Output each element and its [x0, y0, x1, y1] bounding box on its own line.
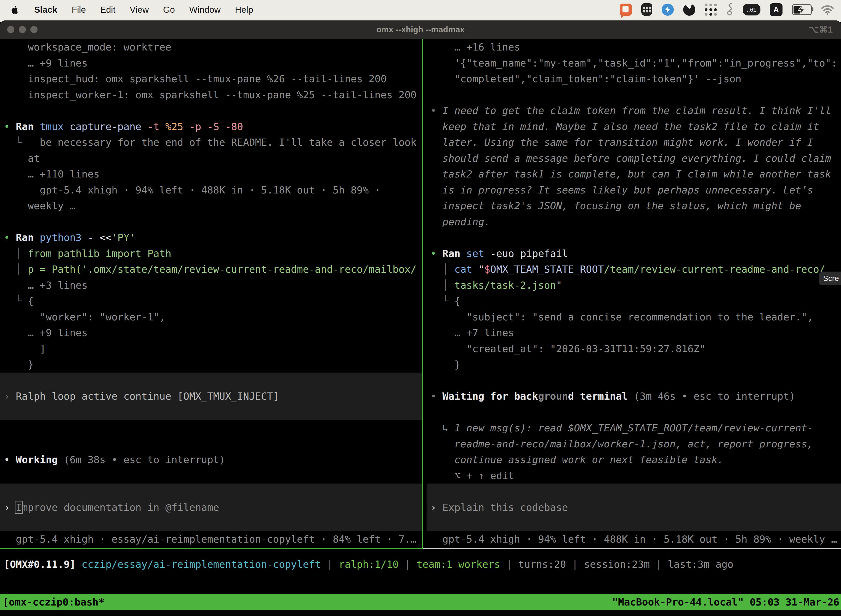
usage-badge[interactable]: ..61 [743, 4, 760, 15]
terminal-line: later. Using the same for transition mig… [431, 134, 841, 150]
menu-bar: SlackFileEditViewGoWindowHelp [0, 0, 841, 19]
terminal-line: inspect task2's JSON, focusing on the st… [431, 198, 841, 214]
terminal-text: 'PY' [111, 232, 135, 243]
menu-item-window[interactable]: Window [189, 5, 221, 15]
pie-menu-icon[interactable] [683, 4, 695, 16]
terminal-text: inspect_worker-1: omx sparkshell --tmux-… [4, 89, 417, 100]
terminal-line: ↳ 1 new msg(s): read $OMX_TEAM_STATE_ROO… [431, 420, 841, 436]
terminal-line: └ { [4, 293, 422, 309]
terminal-text: task2 after task1 is complete, but can I… [431, 168, 831, 180]
terminal-text: "completed","claim_token":"claim-token"}… [431, 73, 741, 84]
tmux-host-clock: "MacBook-Pro-44.local" 05:03 31-Mar-26 [612, 596, 841, 608]
terminal-line: weekly … [4, 198, 422, 214]
terminal-line: gpt-5.4 xhigh · 94% left · 488K in · 5.1… [431, 531, 841, 547]
terminal-text: -euo pipefail [490, 248, 568, 259]
terminal-text: inspect_hud: omx sparkshell --tmux-pane … [4, 73, 387, 84]
terminal-line [431, 404, 841, 420]
terminal-text: $ [484, 264, 490, 275]
bolt-badge-icon[interactable] [662, 4, 674, 16]
terminal-line: keep that in mind. Maybe I also need the… [431, 119, 841, 135]
terminal-line: '{"team_name":"my-team","task_id":"1","f… [431, 55, 841, 71]
terminal-line: "created_at": "2026-03-31T11:59:27.816Z" [431, 341, 841, 357]
terminal-line [4, 420, 422, 436]
terminal-text: Waiting for back [442, 390, 538, 402]
terminal-line: } [4, 356, 422, 373]
menu-item-view[interactable]: View [130, 5, 149, 15]
terminal-pane-right[interactable]: … +16 lines '{"team_name":"my-team","tas… [426, 39, 841, 549]
terminal-text: | [650, 559, 668, 570]
battery-icon[interactable] [792, 4, 812, 15]
shield-grid-icon[interactable] [641, 3, 652, 16]
terminal-text: } [4, 359, 34, 370]
terminal-line: … +9 lines [4, 325, 422, 341]
terminal-text: keep that in mind. Maybe I also need the… [431, 121, 819, 132]
terminal-text: … +9 lines [4, 57, 88, 69]
terminal-text: [OMX#0.11.9] [4, 559, 82, 570]
terminal-text: gpt-5.4 xhigh · essay/ai-reimplementatio… [4, 534, 417, 545]
terminal-line: • Working (6m 38s • esc to interrupt) [4, 452, 422, 468]
terminal-text: '{"team_name":"my-team","task_id":"1","f… [431, 57, 837, 69]
terminal-text: │ [431, 264, 454, 275]
terminal-text: turns:20 [518, 559, 566, 570]
dots-grid-icon[interactable] [705, 4, 717, 16]
terminal-text: weekly … [4, 200, 76, 211]
terminal-line: gpt-5.4 xhigh · essay/ai-reimplementatio… [4, 531, 422, 547]
menu-item-file[interactable]: File [72, 5, 86, 15]
apple-menu-icon[interactable] [10, 3, 20, 16]
menu-item-go[interactable]: Go [163, 5, 175, 15]
menu-item-slack[interactable]: Slack [34, 5, 57, 15]
terminal-text: -p -S -80 [189, 121, 243, 132]
screen-tooltip: Scre [819, 271, 841, 285]
keyboard-layout-icon[interactable]: A [770, 3, 782, 16]
terminal-line: │ tasks/task-2.json" [431, 277, 841, 293]
window-titlebar[interactable]: omx --xhigh --madmax ⌥⌘1 [0, 21, 841, 39]
terminal-text: later. Using the same for transition mig… [431, 136, 813, 148]
terminal-line [4, 214, 422, 230]
terminal-text: ralph:1/10 [339, 559, 399, 570]
terminal-line [4, 436, 422, 452]
terminal-text: { [28, 295, 34, 307]
menu-item-edit[interactable]: Edit [100, 5, 115, 15]
terminal-line: │ cat "$OMX_TEAM_STATE_ROOT/team/review-… [431, 261, 841, 277]
terminal-text: (6m 38s • esc to interrupt) [64, 454, 225, 465]
prompt-band[interactable]: › Ralph loop active continue [OMX_TMUX_I… [0, 373, 422, 420]
terminal-line [431, 373, 841, 389]
terminal-line: inspect_hud: omx sparkshell --tmux-pane … [4, 71, 422, 87]
wifi-icon[interactable] [821, 5, 834, 15]
terminal-line [431, 230, 841, 246]
terminal-text: python3 [40, 232, 88, 243]
terminal-text: OMX_TEAM_STATE_ROOT [490, 264, 604, 275]
prompt-band[interactable]: › Improve documentation in @filename [0, 484, 422, 531]
terminal-line [4, 468, 422, 484]
menu-item-help[interactable]: Help [235, 5, 253, 15]
terminal-line: • Ran set -euo pipefail [431, 246, 841, 262]
terminal-line: "subject": "send a concise recommendatio… [431, 309, 841, 325]
terminal-pane-left[interactable]: workspace_mode: worktree … +9 lines insp… [0, 39, 422, 549]
terminal-line: … +3 lines [4, 277, 422, 293]
terminal-line: … +7 lines [431, 325, 841, 341]
terminal-text: -t [147, 121, 165, 132]
terminal-text: › [4, 390, 16, 402]
pane-divider[interactable] [422, 39, 423, 549]
terminal-text: " [556, 280, 562, 291]
terminal-text: • [4, 121, 16, 132]
terminal-line: └ { [431, 293, 841, 309]
squiggle-icon[interactable] [726, 3, 733, 16]
terminal-text: … +7 lines [431, 327, 514, 338]
terminal-line: │ from pathlib import Path [4, 246, 422, 262]
terminal-line: workspace_mode: worktree [4, 39, 422, 55]
terminal-text: tasks/task-2.json [454, 280, 556, 291]
terminal-text: "created_at": "2026-03-31T11:59:27.816Z" [431, 343, 706, 354]
chat-app-icon[interactable] [620, 4, 632, 16]
terminal-line: ] [4, 341, 422, 357]
status-icons: ..61 A [620, 3, 841, 16]
terminal-line: • Waiting for background terminal (3m 46… [431, 388, 841, 404]
omx-status-line: [OMX#0.11.9] cczip/essay/ai-reimplementa… [4, 556, 733, 572]
terminal-line: task2 after task1 is complete, but can I… [431, 166, 841, 182]
terminal-line [431, 87, 841, 103]
prompt-band[interactable]: › Explain this codebase [426, 484, 841, 531]
terminal-line: └ be necessary for the end of the README… [4, 134, 422, 150]
terminal-text: … +110 lines [4, 168, 100, 180]
terminal-text: Working [16, 454, 63, 465]
terminal-text: " [478, 264, 484, 275]
